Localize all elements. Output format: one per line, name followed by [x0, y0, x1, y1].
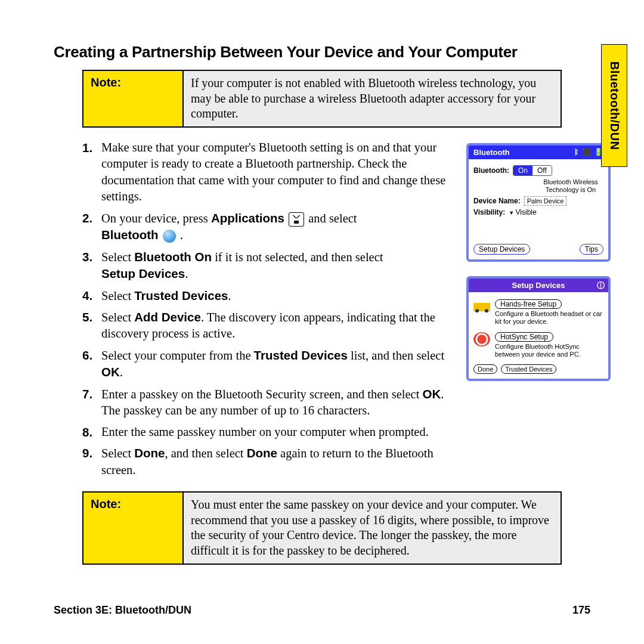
devname-label: Device Name: [473, 197, 521, 205]
step-2: On your device, press Applications and s… [82, 210, 457, 244]
side-tab-label: Bluetooth/DUN [608, 61, 621, 150]
steps-list: Make sure that your computer's Bluetooth… [82, 140, 457, 478]
home-icon [289, 212, 304, 227]
titlebar-icons: ᛒ ⬛ 🔋 [574, 148, 603, 156]
fig1-title: Bluetooth [473, 148, 510, 157]
bluetooth-icon [163, 230, 176, 243]
figure-setup-devices-screen: Setup Devices ⓘ Hands-free Setup Configu… [466, 276, 611, 381]
figure-bluetooth-screen: Bluetooth ᛒ ⬛ 🔋 Bluetooth: OnOff Bluetoo… [466, 143, 611, 262]
devname-field[interactable]: Palm Device [524, 196, 567, 206]
hotsync-desc: Configure Bluetooth HotSync between your… [495, 343, 603, 358]
tips-button[interactable]: Tips [580, 244, 603, 255]
note-text: If your computer is not enabled with Blu… [184, 71, 561, 126]
bt-label: Bluetooth: [473, 166, 509, 175]
step-1: Make sure that your computer's Bluetooth… [82, 140, 457, 205]
visibility-label: Visibility: [473, 208, 505, 216]
hotsync-icon [473, 332, 490, 346]
step-6: Select your computer from the Trusted De… [82, 347, 457, 381]
page-number: 175 [572, 604, 590, 617]
fig2-title: Setup Devices [512, 281, 565, 290]
step-8: Enter the same passkey number on your co… [82, 424, 457, 440]
info-icon[interactable]: ⓘ [597, 280, 605, 291]
bt-hint: Bluetooth Wireless Technology is On [538, 178, 603, 194]
hotsync-setup-button[interactable]: HotSync Setup [495, 332, 553, 342]
note-text-2: You must enter the same passkey on your … [184, 493, 561, 563]
bt-toggle[interactable]: OnOff [513, 165, 552, 176]
side-tab: Bluetooth/DUN [601, 44, 627, 167]
trusted-devices-button[interactable]: Trusted Devices [501, 364, 556, 374]
note-label: Note: [83, 71, 184, 126]
setup-devices-button[interactable]: Setup Devices [473, 244, 530, 255]
step-9: Select Done, and then select Done again … [82, 445, 457, 478]
step-7: Enter a passkey on the Bluetooth Securit… [82, 386, 457, 419]
note-box-2: Note: You must enter the same passkey on… [82, 491, 562, 564]
step-4: Select Trusted Devices. [82, 287, 457, 304]
handsfree-setup-button[interactable]: Hands-free Setup [495, 299, 562, 309]
step-5: Select Add Device. The discovery icon ap… [82, 309, 457, 342]
handsfree-desc: Configure a Bluetooth headset or car kit… [495, 310, 603, 326]
note-label-2: Note: [83, 493, 184, 563]
footer-section: Section 3E: Bluetooth/DUN [54, 604, 191, 617]
done-button[interactable]: Done [473, 364, 497, 374]
page-heading: Creating a Partnership Between Your Devi… [54, 43, 590, 61]
visibility-dropdown[interactable]: Visible [509, 208, 537, 216]
note-box-1: Note: If your computer is not enabled wi… [82, 70, 562, 128]
car-icon [473, 299, 490, 314]
step-3: Select Bluetooth On if it is not selecte… [82, 249, 457, 283]
